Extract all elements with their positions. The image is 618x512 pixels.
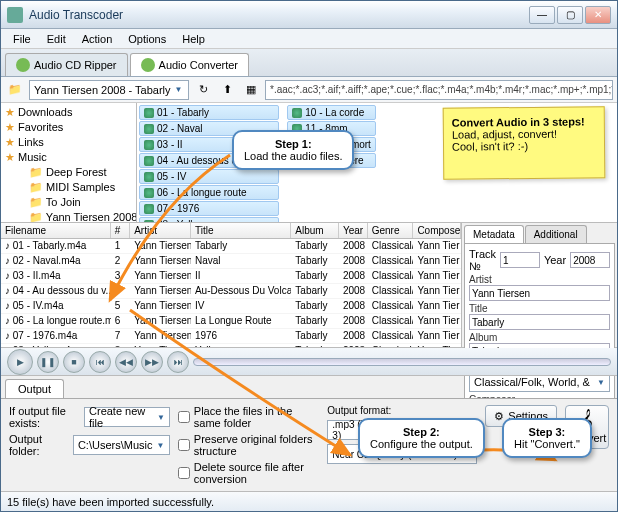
menu-help[interactable]: Help [174, 31, 213, 47]
file-item[interactable]: 06 - La longue route [139, 185, 279, 200]
menu-action[interactable]: Action [74, 31, 121, 47]
stop-button[interactable]: ■ [63, 351, 85, 373]
tree-item[interactable]: 📁 Yann Tiersen 2008 - Tabarly [3, 210, 134, 222]
format-label: Output format: [327, 405, 477, 416]
table-row[interactable]: ♪ 01 - Tabarly.m4a1Yann TiersenTabarlyTa… [1, 239, 461, 254]
chk-delete-source[interactable] [178, 467, 190, 479]
grid-header[interactable]: # [111, 223, 130, 238]
table-row[interactable]: ♪ 07 - 1976.m4a7Yann Tiersen1976Tabarly2… [1, 329, 461, 344]
title-input[interactable] [469, 314, 610, 330]
exists-combo[interactable]: Create new file▼ [84, 407, 170, 427]
main-tabbar: Audio CD Ripper Audio Converter [1, 49, 617, 77]
tree-item[interactable]: 📁 MIDI Samples [3, 180, 134, 195]
next-button[interactable]: ⏭ [167, 351, 189, 373]
tree-item[interactable]: ★ Downloads [3, 105, 134, 120]
album-label: Album [469, 332, 610, 343]
table-row[interactable]: ♪ 06 - La longue route.m4a6Yann TiersenL… [1, 314, 461, 329]
trackno-label: Track № [469, 248, 496, 272]
grid-header[interactable]: Album [291, 223, 339, 238]
tab-additional[interactable]: Additional [525, 225, 587, 243]
artist-label: Artist [469, 274, 610, 285]
table-row[interactable]: ♪ 04 - Au dessous du v...4Yann TiersenAu… [1, 284, 461, 299]
grid-header[interactable]: Filename [1, 223, 111, 238]
callout-step2: Step 2:Configure the output. [358, 418, 485, 458]
path-toolbar: 📁 Yann Tiersen 2008 - Tabarly▼ ↻ ⬆ ▦ *.a… [1, 77, 617, 103]
titlebar: Audio Transcoder — ▢ ✕ [1, 1, 617, 29]
metadata-panel: Metadata Additional Track № Year Artist … [461, 223, 617, 347]
table-row[interactable]: ♪ 02 - Naval.m4a2Yann TiersenNavalTabarl… [1, 254, 461, 269]
sticky-note: Convert Audio in 3 steps! Load, adjust, … [443, 106, 606, 179]
play-button[interactable]: ▶ [7, 349, 33, 375]
chk-same-folder[interactable] [178, 411, 190, 423]
view-icon[interactable]: ▦ [241, 80, 261, 100]
tab-audio-converter[interactable]: Audio Converter [130, 53, 250, 76]
path-combo[interactable]: Yann Tiersen 2008 - Tabarly▼ [29, 80, 189, 100]
converter-icon [141, 58, 155, 72]
grid-header[interactable]: Title [191, 223, 291, 238]
up-folder-icon[interactable]: ⬆ [217, 80, 237, 100]
tree-item[interactable]: 📁 To Join [3, 195, 134, 210]
callout-step3: Step 3:Hit "Convert." [502, 418, 592, 458]
table-row[interactable]: ♪ 08 - Yello.m4a8Yann TiersenYellowTabar… [1, 344, 461, 347]
title-label: Title [469, 303, 610, 314]
grid-header[interactable]: Artist [130, 223, 191, 238]
app-icon [7, 7, 23, 23]
file-item[interactable]: 05 - IV [139, 169, 279, 184]
tree-item[interactable]: ★ Favorites [3, 120, 134, 135]
tree-item[interactable]: 📁 Deep Forest [3, 165, 134, 180]
minimize-button[interactable]: — [529, 6, 555, 24]
year-input[interactable] [570, 252, 610, 268]
cd-icon [16, 58, 30, 72]
track-grid[interactable]: Filename#ArtistTitleAlbumYearGenreCompos… [1, 223, 461, 347]
maximize-button[interactable]: ▢ [557, 6, 583, 24]
chk-preserve-structure[interactable] [178, 439, 190, 451]
file-item[interactable]: 08 - Yello [139, 217, 279, 222]
status-bar: 15 file(s) have been imported successful… [1, 491, 617, 511]
exists-label: If output file exists: [9, 405, 78, 429]
table-row[interactable]: ♪ 03 - II.m4a3Yann TiersenIITabarly2008C… [1, 269, 461, 284]
table-row[interactable]: ♪ 05 - IV.m4a5Yann TiersenIVTabarly2008C… [1, 299, 461, 314]
file-item[interactable]: 07 - 1976 [139, 201, 279, 216]
folder-open-icon[interactable]: 📁 [5, 80, 25, 100]
player-bar: ▶ ❚❚ ■ ⏮ ◀◀ ▶▶ ⏭ [1, 348, 617, 376]
menu-file[interactable]: File [5, 31, 39, 47]
rewind-button[interactable]: ◀◀ [115, 351, 137, 373]
tree-item[interactable]: ★ Music [3, 150, 134, 165]
outfolder-combo[interactable]: C:\Users\Music▼ [73, 435, 170, 455]
file-item[interactable]: 01 - Tabarly [139, 105, 279, 120]
file-item[interactable]: 10 - La corde [287, 105, 376, 120]
grid-header[interactable]: Composer [413, 223, 461, 238]
tab-output[interactable]: Output [5, 379, 64, 398]
artist-input[interactable] [469, 285, 610, 301]
trackno-input[interactable] [500, 252, 540, 268]
grid-header[interactable]: Year [339, 223, 368, 238]
refresh-icon[interactable]: ↻ [193, 80, 213, 100]
tree-item[interactable]: ★ Links [3, 135, 134, 150]
callout-step1: Step 1:Load the audio files. [232, 130, 354, 170]
outfolder-label: Output folder: [9, 433, 67, 457]
grid-header[interactable]: Genre [368, 223, 414, 238]
gear-icon: ⚙ [494, 410, 504, 423]
tab-metadata[interactable]: Metadata [464, 225, 524, 243]
year-label: Year [544, 254, 566, 266]
filter-input[interactable]: *.aac;*.ac3;*.aif;*.aiff;*.ape;*.cue;*.f… [265, 80, 613, 100]
forward-button[interactable]: ▶▶ [141, 351, 163, 373]
prev-button[interactable]: ⏮ [89, 351, 111, 373]
menu-edit[interactable]: Edit [39, 31, 74, 47]
pause-button[interactable]: ❚❚ [37, 351, 59, 373]
folder-tree[interactable]: ★ Downloads★ Favorites★ Links★ Music📁 De… [1, 103, 137, 222]
close-button[interactable]: ✕ [585, 6, 611, 24]
menubar: File Edit Action Options Help [1, 29, 617, 49]
menu-options[interactable]: Options [120, 31, 174, 47]
tab-cd-ripper[interactable]: Audio CD Ripper [5, 53, 128, 76]
window-title: Audio Transcoder [29, 8, 529, 22]
seek-slider[interactable] [193, 358, 611, 366]
